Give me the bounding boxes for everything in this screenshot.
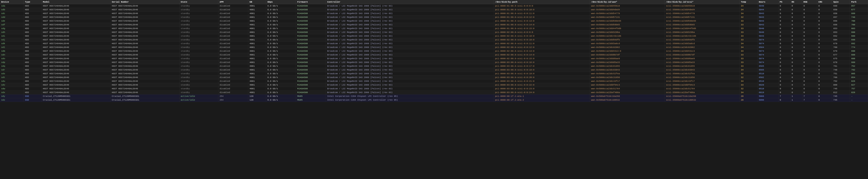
cell-firmware: MJAOA580: [296, 49, 326, 53]
cell-gb: 4001: [248, 76, 266, 79]
cell-rse: 0: [802, 42, 817, 45]
column-header-ps: PS: [778, 0, 790, 4]
cell-crc: 0: [817, 76, 832, 79]
cell-rse: 0: [802, 87, 817, 91]
cell-model: HGST HDS724040ALE640: [42, 64, 111, 68]
cell--dev-disk-by-id-scsi-: scsi-35000a07510c188532: [665, 98, 740, 102]
cell-temp: 34: [740, 4, 757, 8]
cell--dev-disk-by-id-scsi-: scsi-35000cca23dd59b65: [665, 23, 740, 27]
cell-apm: disabled: [218, 38, 248, 42]
cell-ps: 0: [778, 49, 790, 53]
cell-gbps: 6.0 Gb/s: [266, 19, 296, 23]
cell-park: 688: [850, 57, 868, 61]
cell-firmware: MJAOA580: [296, 61, 326, 64]
cell-gbps: 6.0 Gb/s: [266, 8, 296, 12]
cell-device: sdn: [0, 53, 24, 57]
cell-hours: 5940: [757, 27, 778, 31]
cell-gb: 4001: [248, 68, 266, 72]
cell-crc: 0: [817, 27, 832, 31]
table-row: sdvHDDHGST HDS724040ALE640HGST HDS724040…: [0, 83, 868, 87]
cell-rs: 1: [790, 98, 802, 102]
cell-firmware: MJAOA580: [296, 42, 326, 45]
cell-device: sdi: [0, 34, 24, 38]
cell-serial-number: HGST HDS724040ALE640: [111, 45, 180, 49]
cell--dev-disk-by-id-scsi-: scsi-35000cca23dd44f9d6: [665, 27, 740, 31]
cell--dev-disk-by-id-scsi-: scsi-35000cca23dc43f17: [665, 79, 740, 83]
cell-type: HDD: [24, 42, 42, 45]
cell-spin: 766: [832, 76, 850, 79]
table-row: sdnHDDHGST HDS724040ALE640HGST HDS724040…: [0, 53, 868, 57]
table-row: sdfHDDHGST HDS724040ALE640HGST HDS724040…: [0, 23, 868, 27]
cell--dev-disk-by-id-scsi-: scsi-35000cca23dd3a8cd: [665, 42, 740, 45]
cell-rse: 0: [802, 64, 817, 68]
cell-apm: disabled: [218, 12, 248, 15]
table-row: sdmHDDHGST HDS724040ALE640HGST HDS724040…: [0, 49, 868, 53]
cell-state: active/idle: [179, 98, 218, 102]
cell-gb: 4001: [248, 15, 266, 19]
cell-rse: 0: [802, 68, 817, 72]
cell-temp: 33: [740, 57, 757, 61]
cell-crc: 0: [817, 38, 832, 42]
cell-temp: 34: [740, 79, 757, 83]
cell-firmware: MJAOA580: [296, 31, 326, 34]
cell-temp: 32: [740, 87, 757, 91]
cell-ps: 0: [778, 12, 790, 15]
cell-state: standby: [179, 45, 218, 49]
cell-state: active/idle: [179, 95, 218, 98]
cell--dev-disk-by-id-wwn-: wwn-0x5000cca23dd599e65: [590, 19, 665, 23]
cell-device: sdk: [0, 42, 24, 45]
cell-crc: 0: [817, 53, 832, 57]
cell-gb: 4001: [248, 4, 266, 8]
cell--dev-disk-by-path: pci-0000:00:1f.2-ata-2: [494, 98, 590, 102]
cell--dev-disk-by-id-scsi-: scsi-35000cca23dc03843: [665, 68, 740, 72]
cell-temp: 32: [740, 15, 757, 19]
cell-spin: 652: [832, 34, 850, 38]
column-header-temp: Temp: [740, 0, 757, 4]
cell-firmware: MU05: [296, 98, 326, 102]
cell-firmware: MJAOA580: [296, 4, 326, 8]
cell-controller: Broadcom / LSI MegaRAID SAS 2008 [Falcon…: [326, 64, 494, 68]
cell-apm: disabled: [218, 61, 248, 64]
cell-hours: 5974: [757, 38, 778, 42]
cell--dev-disk-by-id-scsi-: scsi-35000cca23dd54779: [665, 12, 740, 15]
cell-controller: Broadcom / LSI MegaRAID SAS 2008 [Falcon…: [326, 12, 494, 15]
cell-spin: 659: [832, 8, 850, 12]
cell-device: sdx: [0, 91, 24, 95]
cell-controller: Broadcom / LSI MegaRAID SAS 2008 [Falcon…: [326, 27, 494, 31]
cell-gb: 4001: [248, 91, 266, 95]
cell-apm: disabled: [218, 8, 248, 12]
cell-rs: 0: [790, 79, 802, 83]
cell-ps: 0: [778, 53, 790, 57]
cell-park: 689: [850, 12, 868, 15]
cell-model: HGST HDS724040ALE640: [42, 87, 111, 91]
cell-serial-number: Crucial_CT120M500SSD1: [111, 95, 180, 98]
table-row: sdgHDDHGST HDS724040ALE640HGST HDS724040…: [0, 27, 868, 31]
cell-spin: 748: [832, 68, 850, 72]
column-header-gbps: Gbps: [266, 0, 296, 4]
cell-firmware: MJAOA580: [296, 87, 326, 91]
cell--dev-disk-by-id-wwn-: wwn-0x5000cca23dd59b65: [590, 23, 665, 27]
column-header-spin: Spin: [832, 0, 850, 4]
table-row: sdzSSDCrucial_CT120M500SSD1Crucial_CT120…: [0, 98, 868, 102]
cell-spin: 760: [832, 45, 850, 49]
cell-hours: 5974: [757, 61, 778, 64]
cell--dev-disk-by-path: pci-0000:03:00.0-scsi-0:0:22:0: [494, 83, 590, 87]
cell-state: standby: [179, 4, 218, 8]
cell-temp: 33: [740, 61, 757, 64]
cell--dev-disk-by-path: pci-0000:02:00.0-scsi-0:0:12:0: [494, 45, 590, 49]
cell-ps: 0: [778, 19, 790, 23]
cell-rse: 0: [802, 4, 817, 8]
cell-spin: 809: [832, 83, 850, 87]
cell-gbps: 6.0 Gb/s: [266, 68, 296, 72]
cell-hours: 6582: [757, 76, 778, 79]
cell-controller: Broadcom / LSI MegaRAID SAS 2008 [Falcon…: [326, 68, 494, 72]
cell-park: 698: [850, 38, 868, 42]
cell-controller: Broadcom / LSI MegaRAID SAS 2008 [Falcon…: [326, 83, 494, 87]
cell-type: HDD: [24, 34, 42, 38]
cell-state: standby: [179, 49, 218, 53]
cell-ps: 0: [778, 68, 790, 72]
cell-type: HDD: [24, 72, 42, 76]
cell-serial-number: HGST HDS724040ALE640: [111, 38, 180, 42]
cell-firmware: MJAOA580: [296, 64, 326, 68]
cell-crc: 0: [817, 12, 832, 15]
